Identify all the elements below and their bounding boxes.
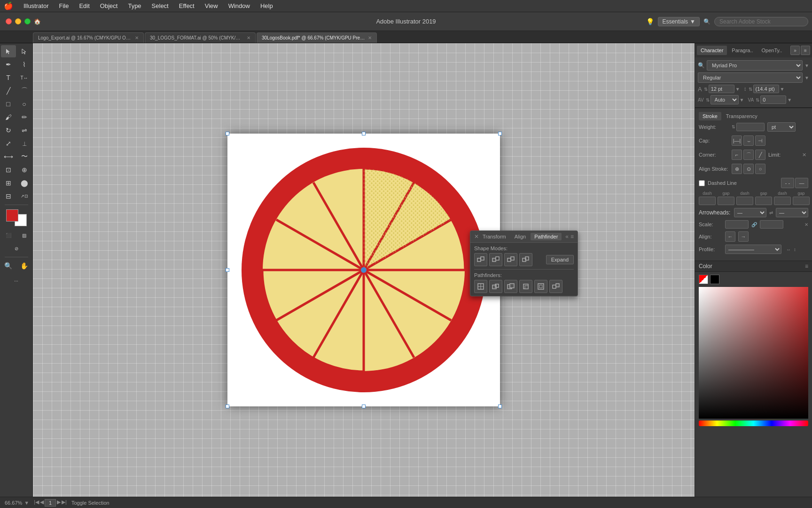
menu-window[interactable]: Window (226, 1, 252, 10)
tab-paragraph[interactable]: Paragra.. (728, 46, 757, 55)
projecting-cap-btn[interactable]: ⊣ (755, 135, 765, 146)
font-style-select[interactable]: Regular (698, 72, 803, 83)
tab-transparency[interactable]: Transparency (722, 112, 761, 120)
color-spectrum-bar[interactable] (699, 421, 808, 426)
rotate-tool[interactable]: ↻ (1, 124, 16, 136)
tab-character[interactable]: Character (697, 46, 727, 55)
pen-tool[interactable]: ✒ (1, 58, 16, 71)
scale-input-2[interactable] (760, 220, 783, 229)
live-paint-tool[interactable]: ⬤ (17, 177, 32, 189)
free-transform-tool[interactable]: ⊡ (1, 164, 16, 176)
paintbrush-tool[interactable]: 🖌 (1, 111, 16, 123)
dash-input-1[interactable] (699, 197, 716, 205)
intersect-btn[interactable] (504, 253, 517, 266)
merge-btn[interactable] (504, 280, 517, 293)
inside-align-btn[interactable]: ⊙ (743, 164, 754, 174)
reflect-tool[interactable]: ⇌ (17, 124, 32, 136)
scale-x-btn[interactable]: ✕ (804, 222, 808, 227)
outline-btn[interactable] (534, 280, 547, 293)
scale-tool[interactable]: ⤢ (1, 137, 16, 150)
first-page-btn[interactable]: |◀ (34, 499, 39, 507)
perspective-selection[interactable]: ↗⊡ (17, 190, 32, 202)
menu-object[interactable]: Object (98, 1, 120, 10)
miter-join-btn[interactable]: ⌐ (732, 150, 742, 160)
tab-logo-export[interactable]: Logo_Export.ai @ 16.67% (CMYK/GPU Outlin… (33, 32, 144, 43)
zoom-tool[interactable]: 🔍 (1, 260, 16, 272)
puppet-warp-tool[interactable]: ⊕ (17, 164, 32, 176)
hand-tool[interactable]: ✋ (17, 260, 32, 272)
tab-close-icon[interactable]: ✕ (247, 35, 250, 40)
tab-close-icon[interactable]: ✕ (135, 35, 139, 40)
last-page-btn[interactable]: ▶| (62, 499, 67, 507)
selection-tool[interactable] (1, 45, 16, 57)
selection-handle-ml[interactable] (226, 268, 229, 272)
pathfinder-collapse-icon[interactable]: « (565, 233, 569, 240)
touch-type-tool[interactable]: T↔ (17, 71, 32, 84)
minus-front-btn[interactable] (489, 253, 502, 266)
exclude-btn[interactable] (519, 253, 532, 266)
tab-opentype[interactable]: OpenTy.. (758, 46, 786, 55)
kerning-select[interactable]: Auto (710, 95, 739, 104)
menu-help[interactable]: Help (258, 1, 275, 10)
font-size-input[interactable] (709, 85, 734, 93)
line-tool[interactable]: ╱ (1, 85, 16, 97)
perspective-grid-tool[interactable]: ⊟ (1, 190, 16, 202)
tab-logos-book[interactable]: 30LogosBook.pdf* @ 66.67% (CMYK/GPU Prev… (257, 32, 377, 43)
round-cap-btn[interactable]: ⌣ (743, 135, 754, 146)
minimize-button[interactable] (15, 18, 21, 24)
pathfinder-menu-icon[interactable]: ≡ (570, 233, 574, 240)
outside-align-btn[interactable]: ○ (755, 164, 765, 174)
profile-flip-x[interactable]: ↔ (786, 247, 791, 252)
gap-input-3[interactable] (793, 197, 810, 205)
trim-btn[interactable] (489, 280, 502, 293)
selection-handle-tc[interactable] (362, 132, 366, 135)
dashed-style-2[interactable]: — (795, 178, 808, 188)
tracking-input[interactable] (760, 95, 786, 104)
round-join-btn[interactable]: ⌒ (743, 150, 754, 160)
color-swatch-black[interactable] (710, 275, 719, 284)
width-tool[interactable]: ⟷ (1, 151, 16, 163)
search-stock-input[interactable] (714, 17, 808, 26)
shear-tool[interactable]: ⟂ (17, 137, 32, 150)
bevel-join-btn[interactable]: ╱ (755, 150, 765, 160)
close-button[interactable] (6, 18, 12, 24)
menu-select[interactable]: Select (150, 1, 171, 10)
type-tool[interactable]: T (1, 71, 16, 84)
maximize-button[interactable] (24, 18, 31, 24)
color-mode-btn[interactable]: ⬛ (1, 229, 16, 241)
dash-input-3[interactable] (774, 197, 791, 205)
arc-tool[interactable]: ⌒ (17, 85, 32, 97)
selection-handle-br[interactable] (498, 405, 502, 408)
selection-handle-bc[interactable] (362, 405, 366, 408)
color-gradient-picker[interactable] (699, 287, 808, 419)
dashed-line-checkbox[interactable] (699, 180, 705, 186)
selection-handle-bl[interactable] (226, 405, 229, 408)
menu-edit[interactable]: Edit (77, 1, 91, 10)
menu-effect[interactable]: Effect (177, 1, 196, 10)
apple-menu[interactable]: 🍎 (4, 1, 13, 10)
dashed-style-1[interactable]: - - (781, 178, 794, 188)
profile-flip-y[interactable]: ↕ (794, 247, 796, 252)
swap-arrows-icon[interactable]: ⇌ (769, 210, 773, 215)
selection-handle-tl[interactable] (226, 132, 229, 135)
rectangle-tool[interactable]: □ (1, 98, 16, 110)
canvas-area[interactable]: › (33, 43, 695, 497)
font-name-select[interactable]: Myriad Pro (707, 60, 803, 71)
menu-view[interactable]: View (203, 1, 220, 10)
align-right-btn[interactable]: → (738, 231, 749, 242)
minus-back-btn[interactable] (549, 280, 562, 293)
align-left-btn[interactable]: ← (725, 231, 735, 242)
home-button[interactable]: 🏠 (34, 18, 40, 24)
none-fill-btn[interactable]: ⊘ (9, 242, 24, 254)
gap-input-2[interactable] (755, 197, 772, 205)
color-swatch-white[interactable] (699, 275, 708, 284)
artboard[interactable] (227, 134, 500, 406)
essentials-button[interactable]: Essentials ▼ (658, 17, 700, 26)
tab-close-icon[interactable]: ✕ (368, 35, 372, 40)
limit-x-btn[interactable]: ✕ (802, 152, 806, 158)
selection-handle-tr[interactable] (498, 132, 502, 135)
butt-cap-btn[interactable]: |—| (732, 135, 742, 146)
foreground-color-swatch[interactable] (6, 209, 18, 222)
prev-page-btn[interactable]: ◀ (40, 499, 44, 507)
artboard-tool[interactable]: ··· (9, 275, 24, 287)
